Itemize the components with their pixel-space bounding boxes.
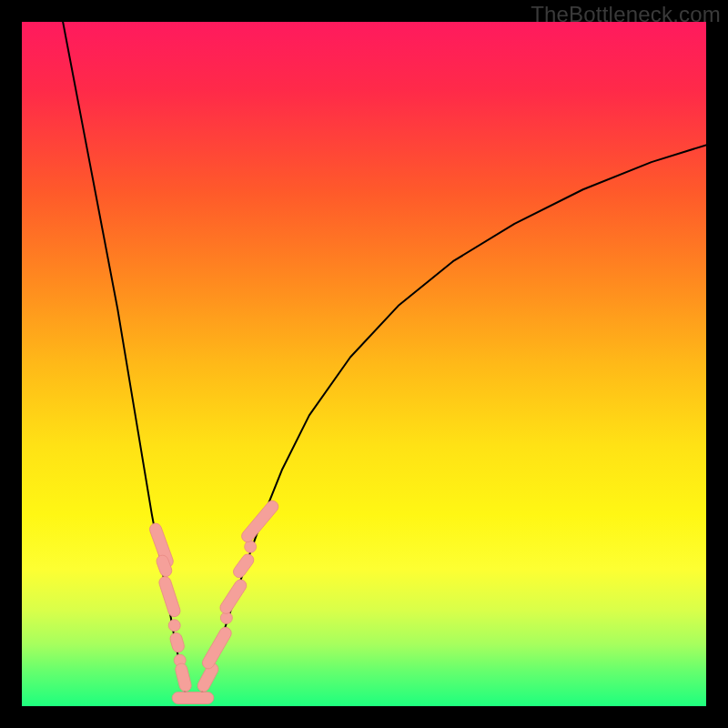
- marker-pill: [200, 625, 234, 671]
- watermark-text: TheBottleneck.com: [531, 2, 721, 27]
- chart-frame: TheBottleneck.com: [0, 0, 728, 728]
- marker-pill: [239, 499, 281, 545]
- marker-pill: [172, 692, 214, 703]
- marker-layer: [148, 499, 281, 704]
- marker-pill: [231, 551, 256, 580]
- marker-dot: [245, 541, 257, 552]
- marker-dot: [168, 620, 180, 632]
- curve-layer: [63, 22, 706, 698]
- plot-area: [22, 22, 706, 706]
- chart-svg: [22, 22, 706, 706]
- marker-pill: [168, 632, 185, 653]
- marker-pill: [157, 575, 181, 618]
- bottleneck-curve: [63, 22, 706, 698]
- marker-pill: [174, 662, 192, 693]
- marker-pill: [217, 577, 248, 615]
